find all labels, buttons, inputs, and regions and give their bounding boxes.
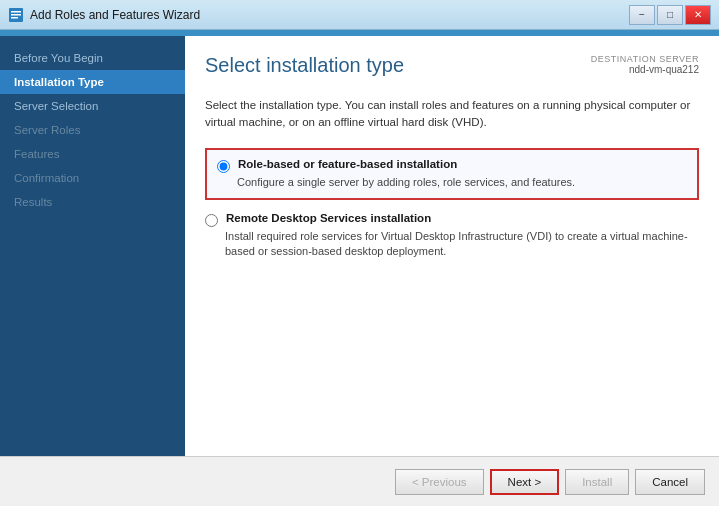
destination-label: DESTINATION SERVER xyxy=(591,54,699,64)
title-bar: Add Roles and Features Wizard − □ ✕ xyxy=(0,0,719,30)
title-bar-controls: − □ ✕ xyxy=(629,5,711,25)
wizard-body: Before You Begin Installation Type Serve… xyxy=(0,30,719,506)
description-text: Select the installation type. You can in… xyxy=(205,97,699,132)
wizard-content: Before You Begin Installation Type Serve… xyxy=(0,36,719,456)
page-title: Select installation type xyxy=(205,54,404,77)
previous-button[interactable]: < Previous xyxy=(395,469,484,495)
svg-rect-2 xyxy=(11,14,21,16)
option-role-based-box: Role-based or feature-based installation… xyxy=(205,148,699,200)
option-role-based-radio[interactable] xyxy=(217,160,230,173)
svg-rect-3 xyxy=(11,17,18,19)
option-remote-desktop-label: Remote Desktop Services installation xyxy=(205,212,699,227)
svg-rect-1 xyxy=(11,11,21,13)
sidebar: Before You Begin Installation Type Serve… xyxy=(0,36,185,456)
install-button[interactable]: Install xyxy=(565,469,629,495)
sidebar-item-features: Features xyxy=(0,142,185,166)
sidebar-item-server-selection[interactable]: Server Selection xyxy=(0,94,185,118)
main-body: Select the installation type. You can in… xyxy=(185,87,719,456)
option-role-based-label: Role-based or feature-based installation xyxy=(217,158,687,173)
title-bar-left: Add Roles and Features Wizard xyxy=(8,7,200,23)
wizard-icon xyxy=(8,7,24,23)
minimize-button[interactable]: − xyxy=(629,5,655,25)
next-button[interactable]: Next > xyxy=(490,469,560,495)
window-title: Add Roles and Features Wizard xyxy=(30,8,200,22)
close-button[interactable]: ✕ xyxy=(685,5,711,25)
option-remote-desktop-item: Remote Desktop Services installation Ins… xyxy=(205,212,699,260)
maximize-button[interactable]: □ xyxy=(657,5,683,25)
sidebar-item-server-roles: Server Roles xyxy=(0,118,185,142)
wizard-footer: < Previous Next > Install Cancel xyxy=(0,456,719,506)
main-header: Select installation type DESTINATION SER… xyxy=(185,36,719,87)
sidebar-item-results: Results xyxy=(0,190,185,214)
option-role-based-desc: Configure a single server by adding role… xyxy=(237,175,687,190)
sidebar-item-installation-type[interactable]: Installation Type xyxy=(0,70,185,94)
option-remote-desktop-radio[interactable] xyxy=(205,214,218,227)
cancel-button[interactable]: Cancel xyxy=(635,469,705,495)
destination-server-name: ndd-vm-qua212 xyxy=(591,64,699,75)
sidebar-item-confirmation: Confirmation xyxy=(0,166,185,190)
destination-server-info: DESTINATION SERVER ndd-vm-qua212 xyxy=(591,54,699,75)
sidebar-item-before-you-begin[interactable]: Before You Begin xyxy=(0,46,185,70)
option-role-based-title: Role-based or feature-based installation xyxy=(238,158,457,170)
main-area: Select installation type DESTINATION SER… xyxy=(185,36,719,456)
option-remote-desktop-title: Remote Desktop Services installation xyxy=(226,212,431,224)
option-remote-desktop-desc: Install required role services for Virtu… xyxy=(225,229,699,260)
